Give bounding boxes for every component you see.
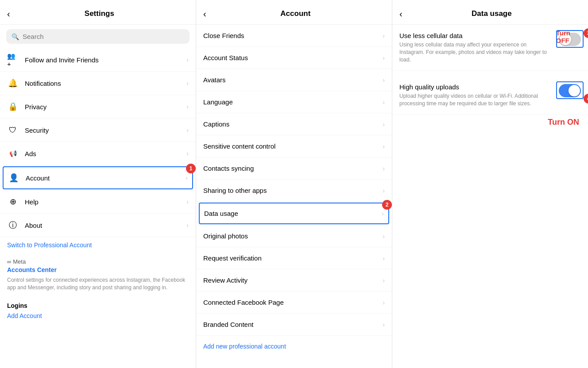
chevron-icon: › bbox=[383, 233, 385, 240]
chevron-icon: › bbox=[383, 143, 385, 150]
toggle-thumb bbox=[560, 34, 571, 45]
follow-label: Follow and Invite Friends bbox=[25, 56, 186, 64]
sidebar-item-notifications[interactable]: 🔔 Notifications › bbox=[0, 72, 196, 95]
chevron-icon: › bbox=[383, 77, 385, 84]
account-item-branded-content[interactable]: Branded Content › bbox=[196, 314, 392, 336]
account-item-sharing[interactable]: Sharing to other apps › bbox=[196, 180, 392, 202]
chevron-icon: › bbox=[383, 32, 385, 39]
account-item-connected-facebook[interactable]: Connected Facebook Page › bbox=[196, 291, 392, 314]
high-quality-content: High quality uploads Upload higher quali… bbox=[399, 83, 559, 107]
meta-description: Control settings for connected experienc… bbox=[7, 276, 189, 291]
sidebar-item-follow[interactable]: 👥+ Follow and Invite Friends › bbox=[0, 48, 196, 72]
notifications-icon: 🔔 bbox=[7, 77, 19, 89]
meta-text: Meta bbox=[13, 258, 26, 265]
search-bar[interactable]: 🔍 bbox=[6, 29, 190, 44]
add-account-link[interactable]: Add Account bbox=[7, 312, 42, 319]
account-label: Account bbox=[26, 174, 186, 182]
about-label: About bbox=[25, 222, 186, 229]
account-item-original-photos[interactable]: Original photos › bbox=[196, 225, 392, 247]
account-item-sensitive[interactable]: Sensitive content control › bbox=[196, 135, 392, 157]
cellular-data-item: Use less cellular data Using less cellul… bbox=[392, 25, 588, 71]
account-item-request-verification[interactable]: Request verification › bbox=[196, 247, 392, 269]
privacy-icon: 🔒 bbox=[7, 101, 19, 112]
security-label: Security bbox=[25, 126, 186, 134]
avatars-label: Avatars bbox=[203, 76, 226, 84]
account-item-contacts[interactable]: Contacts syncing › bbox=[196, 157, 392, 180]
sidebar-item-account[interactable]: 👤 Account › 1 bbox=[3, 166, 193, 189]
sensitive-label: Sensitive content control bbox=[203, 142, 275, 150]
chevron-icon: › bbox=[383, 121, 385, 128]
close-friends-label: Close Friends bbox=[203, 32, 244, 39]
sidebar-item-ads[interactable]: 📢 Ads › bbox=[0, 142, 196, 165]
toggle-thumb bbox=[569, 85, 580, 96]
language-label: Language bbox=[203, 98, 233, 106]
switch-professional-link[interactable]: Switch to Professional Account bbox=[0, 237, 196, 253]
account-item-avatars[interactable]: Avatars › bbox=[196, 69, 392, 91]
chevron-icon: › bbox=[186, 150, 189, 157]
high-quality-desc: Upload higher quality videos on cellular… bbox=[399, 92, 552, 107]
help-label: Help bbox=[25, 198, 186, 206]
connected-facebook-label: Connected Facebook Page bbox=[203, 299, 284, 306]
cellular-data-content: Use less cellular data Using less cellul… bbox=[399, 32, 559, 63]
chevron-icon: › bbox=[186, 222, 189, 229]
cellular-data-toggle[interactable] bbox=[559, 33, 581, 46]
chevron-icon: › bbox=[186, 198, 189, 205]
logins-title: Logins bbox=[7, 302, 189, 309]
chevron-icon: › bbox=[383, 99, 385, 106]
ads-icon: 📢 bbox=[7, 148, 19, 159]
security-icon: 🛡 bbox=[7, 124, 19, 136]
search-input[interactable] bbox=[23, 33, 184, 40]
account-icon: 👤 bbox=[8, 172, 19, 184]
chevron-icon: › bbox=[186, 56, 189, 63]
meta-infinity-icon: ∞ bbox=[7, 258, 11, 265]
request-verification-label: Request verification bbox=[203, 254, 262, 262]
review-activity-label: Review Activity bbox=[203, 276, 248, 284]
account-item-data-usage[interactable]: Data usage › 2 bbox=[199, 203, 389, 224]
notifications-label: Notifications bbox=[25, 80, 186, 87]
ads-label: Ads bbox=[25, 150, 186, 157]
sharing-label: Sharing to other apps bbox=[203, 187, 267, 194]
badge-3: 3 bbox=[584, 28, 588, 38]
chevron-icon: › bbox=[186, 174, 188, 181]
high-quality-item: High quality uploads Upload higher quali… bbox=[392, 76, 588, 115]
cellular-data-desc: Using less cellular data may affect your… bbox=[399, 41, 552, 63]
account-item-captions[interactable]: Captions › bbox=[196, 113, 392, 135]
back-button[interactable]: ‹ bbox=[7, 9, 10, 18]
meta-section: ∞ Meta Accounts Center Control settings … bbox=[0, 253, 196, 297]
turn-on-label: Turn ON bbox=[548, 118, 579, 127]
data-usage-back-button[interactable]: ‹ bbox=[399, 9, 402, 18]
account-title: Account bbox=[206, 9, 385, 18]
sidebar-item-help[interactable]: ⊕ Help › bbox=[0, 190, 196, 214]
chevron-icon: › bbox=[186, 103, 189, 110]
chevron-icon: › bbox=[382, 210, 384, 217]
accounts-center-link[interactable]: Accounts Center bbox=[7, 266, 57, 273]
sidebar-item-privacy[interactable]: 🔒 Privacy › bbox=[0, 95, 196, 119]
account-item-close-friends[interactable]: Close Friends › bbox=[196, 25, 392, 47]
high-quality-toggle[interactable] bbox=[559, 84, 581, 97]
add-professional-link[interactable]: Add new professional account bbox=[196, 336, 392, 357]
privacy-label: Privacy bbox=[25, 103, 186, 111]
sidebar-item-about[interactable]: ⓘ About › bbox=[0, 214, 196, 237]
account-item-review-activity[interactable]: Review Activity › bbox=[196, 269, 392, 291]
logins-section: Logins Add Account bbox=[0, 297, 196, 325]
account-item-account-status[interactable]: Account Status › bbox=[196, 47, 392, 69]
account-item-language[interactable]: Language › bbox=[196, 91, 392, 113]
chevron-icon: › bbox=[383, 165, 385, 172]
badge-2: 2 bbox=[382, 200, 392, 210]
chevron-icon: › bbox=[186, 126, 189, 134]
settings-panel: ‹ Settings 🔍 👥+ Follow and Invite Friend… bbox=[0, 0, 196, 368]
chevron-icon: › bbox=[383, 299, 385, 306]
original-photos-label: Original photos bbox=[203, 232, 248, 240]
captions-label: Captions bbox=[203, 120, 229, 128]
meta-logo: ∞ Meta bbox=[7, 258, 189, 265]
chevron-icon: › bbox=[383, 54, 385, 61]
about-icon: ⓘ bbox=[7, 219, 19, 231]
chevron-icon: › bbox=[186, 80, 189, 87]
account-panel: ‹ Account Close Friends › Account Status… bbox=[196, 0, 392, 368]
settings-header: ‹ Settings bbox=[0, 0, 196, 25]
follow-icon: 👥+ bbox=[7, 54, 19, 65]
search-icon: 🔍 bbox=[12, 33, 19, 40]
sidebar-item-security[interactable]: 🛡 Security › bbox=[0, 119, 196, 142]
badge-4: 4 bbox=[584, 94, 588, 104]
account-back-button[interactable]: ‹ bbox=[203, 9, 206, 18]
